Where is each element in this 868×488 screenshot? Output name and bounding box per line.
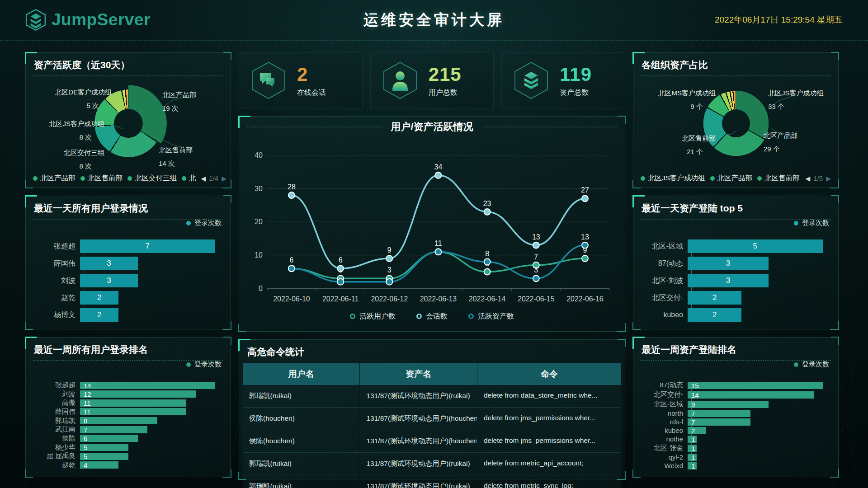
- legend-item[interactable]: 北区JS客户成功组: [641, 174, 705, 183]
- bar-category-label: rds-l: [641, 418, 688, 426]
- bar-track: 11: [80, 399, 221, 407]
- legend-item[interactable]: 北: [182, 174, 196, 183]
- daily-asset-logins-bar-chart: 北区-区域587(动态3北区-刘波3北区交付-2kubeo2: [641, 239, 828, 322]
- table-row: 侯陈(houchen)131/87(测试环境动态用户)(houchen)dele…: [243, 430, 621, 453]
- left-column: 资产活跃度（近30天） 北区DE客户成功组5 次北区JS客户成功组8 次北区交付…: [25, 52, 231, 479]
- bar-row: 北区交付-2: [641, 291, 828, 305]
- legend-item[interactable]: 活跃资产数: [468, 312, 514, 321]
- bar-value-label: 6: [84, 435, 87, 442]
- legend-item[interactable]: 北区售前部: [80, 174, 123, 183]
- legend-dot: [182, 176, 186, 181]
- legend-label: 登录次数: [802, 219, 829, 227]
- page-title: 运维安全审计大屏: [363, 10, 505, 30]
- svg-text:3: 3: [387, 266, 392, 274]
- panel-title: 最近一周资产登陆排名: [633, 338, 838, 360]
- chart-legend[interactable]: 登录次数: [794, 360, 829, 369]
- bar-fill: 5: [688, 239, 823, 253]
- panel-dangerous-commands: 高危命令统计 用户名资产名命令郭瑞凯(ruikai)131/87(测试环境动态用…: [239, 339, 625, 479]
- bar-category-label: 屈 屈禹良: [33, 452, 80, 460]
- legend-item[interactable]: 北区产品部: [710, 174, 753, 183]
- bar-value-label: 14: [691, 391, 699, 399]
- legend-dot: [186, 362, 191, 367]
- table-row: 郭瑞凯(ruikai)131/87(测试环境动态用户)(ruikai)delet…: [243, 453, 621, 475]
- bar-track: 14: [80, 382, 221, 389]
- bar-track: 2: [688, 427, 828, 434]
- bar-value-label: 2: [97, 293, 101, 302]
- bar-category-label: 郭瑞凯: [33, 417, 80, 425]
- bar-category-label: 北区-张金: [641, 444, 688, 452]
- bar-category-label: 87(动态: [641, 259, 688, 268]
- dangerous-commands-table: 用户名资产名命令郭瑞凯(ruikai)131/87(测试环境动态用户)(ruik…: [243, 363, 621, 488]
- legend-next-arrow[interactable]: ▶: [222, 175, 226, 182]
- callout-value: 5 次: [32, 99, 112, 113]
- bar-track: 2: [80, 308, 221, 322]
- callout-name: 北区产品部: [162, 88, 196, 102]
- legend-item[interactable]: 北区售前部: [757, 174, 800, 183]
- legend-label: 北区JS客户成功组: [648, 174, 705, 183]
- table-header-row: 用户名资产名命令: [243, 363, 621, 385]
- bar-fill: [80, 382, 215, 389]
- table-cell: 131/87(测试环境动态用户)(ruikai): [360, 385, 477, 407]
- bar-row: 高傲11: [33, 399, 221, 407]
- bar-row: 屈 屈禹良5: [33, 452, 221, 460]
- bar-category-label: nothe: [641, 435, 688, 443]
- bar-track: 3: [688, 257, 828, 270]
- bar-category-label: 刘波: [33, 276, 80, 286]
- panel-user-asset-activity: 用户/资产活跃情况 0102030402022-06-102022-06-112…: [239, 116, 625, 332]
- stat-card-sessions: 2 在线会话: [239, 52, 363, 108]
- bar-category-label: 赵乾: [33, 293, 80, 303]
- bar-track: 1: [688, 462, 828, 469]
- callout-value: 9 个: [638, 100, 716, 113]
- bar-value-label: 14: [84, 381, 91, 389]
- bar-track: 1: [688, 445, 828, 452]
- legend-label: 活跃资产数: [478, 312, 514, 321]
- legend-prev-arrow[interactable]: ◀: [806, 175, 811, 182]
- bar-track: 7: [80, 426, 221, 433]
- line-chart-svg: 0102030402022-06-102022-06-112022-06-122…: [247, 137, 617, 305]
- svg-text:0: 0: [259, 285, 263, 292]
- bar-row: 杨少华5: [33, 443, 221, 452]
- legend-item[interactable]: 活跃用户数: [350, 312, 396, 321]
- bar-category-label: kubeo: [641, 311, 688, 319]
- chart-legend[interactable]: 登录次数: [186, 360, 222, 369]
- callout-name: 北区JS客户成功组: [28, 117, 104, 131]
- bar-value-label: 1: [691, 444, 695, 452]
- legend-label: 北区产品部: [717, 174, 753, 183]
- legend-prev-arrow[interactable]: ◀: [201, 175, 206, 182]
- chart-legend[interactable]: 登录次数: [794, 219, 829, 227]
- bar-value-label: 7: [84, 426, 87, 433]
- bar-category-label: 侯陈: [33, 434, 80, 443]
- bar-fill: 3: [688, 257, 769, 270]
- bar-track: 11: [80, 408, 221, 415]
- legend-pagination: ◀1/5▶: [806, 174, 831, 182]
- legend-dot: [641, 176, 645, 181]
- chart-legend[interactable]: 登录次数: [186, 219, 222, 227]
- bar-track: 1: [688, 436, 828, 443]
- bar-value-label: 7: [691, 418, 695, 426]
- legend-item[interactable]: 北区交付三组: [127, 174, 177, 183]
- bar-row: 北区-区域5: [641, 239, 828, 253]
- org-assets-donut-chart: 北区MS客户成功组9 个北区售前部21 个北区JS客户成功组33 个北区产品部2…: [633, 76, 838, 170]
- bar-track: 7: [80, 239, 221, 253]
- bar-track: 9: [688, 401, 828, 408]
- legend-item[interactable]: 北区产品部: [33, 174, 75, 183]
- table-cell: 郭瑞凯(ruikai): [243, 453, 360, 475]
- svg-text:6: 6: [289, 256, 293, 264]
- panel-title: 各组织资产占比: [633, 53, 838, 75]
- legend-label: 北区产品部: [40, 174, 75, 183]
- svg-text:11: 11: [434, 239, 442, 247]
- legend-item[interactable]: 会话数: [416, 312, 448, 321]
- bar-category-label: 杨少华: [33, 443, 80, 452]
- legend-page-count: 1/5: [813, 174, 823, 182]
- callout-value: 19 次: [162, 102, 196, 115]
- stat-value: 2: [297, 64, 326, 85]
- legend-next-arrow[interactable]: ▶: [826, 175, 831, 182]
- asset-activity-donut-chart: 北区DE客户成功组5 次北区JS客户成功组8 次北区交付三组8 次北区产品部19…: [26, 76, 231, 170]
- bar-row: Weixd1: [641, 462, 828, 469]
- bar-row: 北区交付-14: [641, 390, 828, 399]
- svg-text:40: 40: [255, 151, 263, 159]
- bar-row: 刘波3: [33, 274, 221, 287]
- panel-org-assets: 各组织资产占比 北区MS客户成功组9 个北区售前部21 个北区JS客户成功组33…: [633, 52, 839, 188]
- table-cell: 131/87(测试环境动态用户)(houchen): [360, 408, 477, 430]
- daily-user-logins-bar-chart: 张超超7薛国伟3刘波3赵乾2杨博文2: [33, 239, 221, 322]
